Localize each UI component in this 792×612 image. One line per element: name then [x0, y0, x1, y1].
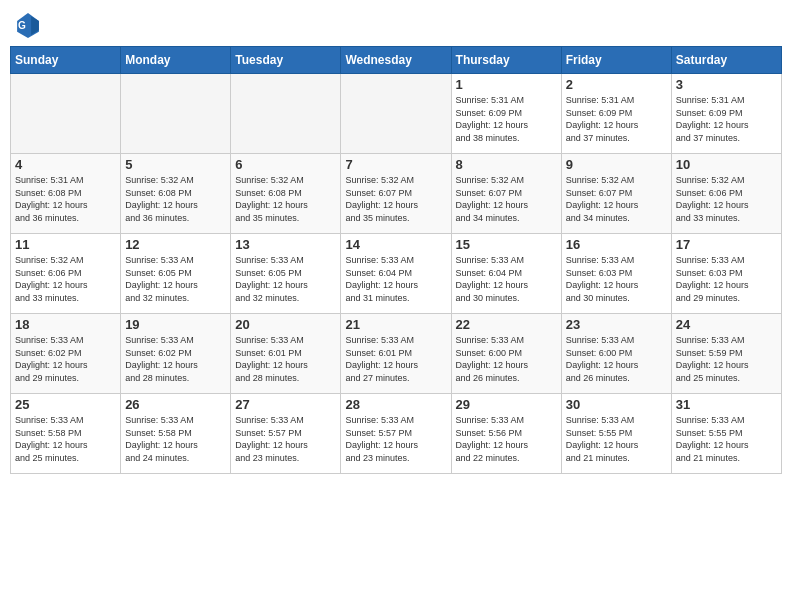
day-info: Sunrise: 5:33 AM Sunset: 6:01 PM Dayligh…	[235, 334, 336, 384]
week-row-5: 25Sunrise: 5:33 AM Sunset: 5:58 PM Dayli…	[11, 394, 782, 474]
day-number: 6	[235, 157, 336, 172]
day-info: Sunrise: 5:33 AM Sunset: 6:01 PM Dayligh…	[345, 334, 446, 384]
day-number: 11	[15, 237, 116, 252]
day-number: 30	[566, 397, 667, 412]
day-info: Sunrise: 5:31 AM Sunset: 6:09 PM Dayligh…	[456, 94, 557, 144]
day-info: Sunrise: 5:33 AM Sunset: 6:02 PM Dayligh…	[15, 334, 116, 384]
calendar-cell: 2Sunrise: 5:31 AM Sunset: 6:09 PM Daylig…	[561, 74, 671, 154]
calendar-cell: 27Sunrise: 5:33 AM Sunset: 5:57 PM Dayli…	[231, 394, 341, 474]
header-cell-sunday: Sunday	[11, 47, 121, 74]
day-number: 17	[676, 237, 777, 252]
day-info: Sunrise: 5:33 AM Sunset: 6:04 PM Dayligh…	[345, 254, 446, 304]
calendar-cell: 26Sunrise: 5:33 AM Sunset: 5:58 PM Dayli…	[121, 394, 231, 474]
day-number: 25	[15, 397, 116, 412]
calendar-cell: 3Sunrise: 5:31 AM Sunset: 6:09 PM Daylig…	[671, 74, 781, 154]
calendar-cell: 13Sunrise: 5:33 AM Sunset: 6:05 PM Dayli…	[231, 234, 341, 314]
day-info: Sunrise: 5:31 AM Sunset: 6:08 PM Dayligh…	[15, 174, 116, 224]
day-number: 14	[345, 237, 446, 252]
day-number: 1	[456, 77, 557, 92]
page-header: G	[10, 10, 782, 38]
header-cell-wednesday: Wednesday	[341, 47, 451, 74]
day-number: 15	[456, 237, 557, 252]
calendar-cell: 30Sunrise: 5:33 AM Sunset: 5:55 PM Dayli…	[561, 394, 671, 474]
header-cell-monday: Monday	[121, 47, 231, 74]
header-cell-tuesday: Tuesday	[231, 47, 341, 74]
day-info: Sunrise: 5:33 AM Sunset: 6:02 PM Dayligh…	[125, 334, 226, 384]
day-number: 2	[566, 77, 667, 92]
calendar-cell: 23Sunrise: 5:33 AM Sunset: 6:00 PM Dayli…	[561, 314, 671, 394]
day-info: Sunrise: 5:33 AM Sunset: 6:05 PM Dayligh…	[125, 254, 226, 304]
day-number: 21	[345, 317, 446, 332]
day-info: Sunrise: 5:33 AM Sunset: 5:58 PM Dayligh…	[15, 414, 116, 464]
day-info: Sunrise: 5:33 AM Sunset: 6:00 PM Dayligh…	[456, 334, 557, 384]
calendar-cell: 24Sunrise: 5:33 AM Sunset: 5:59 PM Dayli…	[671, 314, 781, 394]
calendar-cell: 19Sunrise: 5:33 AM Sunset: 6:02 PM Dayli…	[121, 314, 231, 394]
day-number: 3	[676, 77, 777, 92]
week-row-2: 4Sunrise: 5:31 AM Sunset: 6:08 PM Daylig…	[11, 154, 782, 234]
day-number: 27	[235, 397, 336, 412]
header-cell-saturday: Saturday	[671, 47, 781, 74]
day-number: 19	[125, 317, 226, 332]
calendar-cell: 7Sunrise: 5:32 AM Sunset: 6:07 PM Daylig…	[341, 154, 451, 234]
calendar-cell: 22Sunrise: 5:33 AM Sunset: 6:00 PM Dayli…	[451, 314, 561, 394]
day-info: Sunrise: 5:33 AM Sunset: 6:03 PM Dayligh…	[676, 254, 777, 304]
calendar-cell: 11Sunrise: 5:32 AM Sunset: 6:06 PM Dayli…	[11, 234, 121, 314]
day-info: Sunrise: 5:33 AM Sunset: 5:59 PM Dayligh…	[676, 334, 777, 384]
calendar-cell	[121, 74, 231, 154]
logo: G	[14, 10, 46, 38]
day-info: Sunrise: 5:33 AM Sunset: 5:55 PM Dayligh…	[676, 414, 777, 464]
calendar-table: SundayMondayTuesdayWednesdayThursdayFrid…	[10, 46, 782, 474]
calendar-cell: 4Sunrise: 5:31 AM Sunset: 6:08 PM Daylig…	[11, 154, 121, 234]
calendar-cell: 17Sunrise: 5:33 AM Sunset: 6:03 PM Dayli…	[671, 234, 781, 314]
calendar-cell	[231, 74, 341, 154]
logo-icon: G	[14, 10, 42, 38]
day-number: 13	[235, 237, 336, 252]
calendar-cell: 15Sunrise: 5:33 AM Sunset: 6:04 PM Dayli…	[451, 234, 561, 314]
day-info: Sunrise: 5:33 AM Sunset: 5:56 PM Dayligh…	[456, 414, 557, 464]
calendar-cell: 16Sunrise: 5:33 AM Sunset: 6:03 PM Dayli…	[561, 234, 671, 314]
week-row-1: 1Sunrise: 5:31 AM Sunset: 6:09 PM Daylig…	[11, 74, 782, 154]
day-info: Sunrise: 5:32 AM Sunset: 6:07 PM Dayligh…	[345, 174, 446, 224]
day-info: Sunrise: 5:32 AM Sunset: 6:07 PM Dayligh…	[456, 174, 557, 224]
day-info: Sunrise: 5:33 AM Sunset: 5:55 PM Dayligh…	[566, 414, 667, 464]
calendar-cell: 20Sunrise: 5:33 AM Sunset: 6:01 PM Dayli…	[231, 314, 341, 394]
day-number: 26	[125, 397, 226, 412]
calendar-cell: 25Sunrise: 5:33 AM Sunset: 5:58 PM Dayli…	[11, 394, 121, 474]
day-number: 8	[456, 157, 557, 172]
day-info: Sunrise: 5:31 AM Sunset: 6:09 PM Dayligh…	[676, 94, 777, 144]
week-row-4: 18Sunrise: 5:33 AM Sunset: 6:02 PM Dayli…	[11, 314, 782, 394]
week-row-3: 11Sunrise: 5:32 AM Sunset: 6:06 PM Dayli…	[11, 234, 782, 314]
calendar-cell: 12Sunrise: 5:33 AM Sunset: 6:05 PM Dayli…	[121, 234, 231, 314]
day-number: 9	[566, 157, 667, 172]
day-number: 22	[456, 317, 557, 332]
day-info: Sunrise: 5:33 AM Sunset: 5:58 PM Dayligh…	[125, 414, 226, 464]
day-number: 24	[676, 317, 777, 332]
day-number: 31	[676, 397, 777, 412]
day-number: 29	[456, 397, 557, 412]
day-info: Sunrise: 5:32 AM Sunset: 6:08 PM Dayligh…	[235, 174, 336, 224]
header-cell-thursday: Thursday	[451, 47, 561, 74]
header-row: SundayMondayTuesdayWednesdayThursdayFrid…	[11, 47, 782, 74]
calendar-cell	[341, 74, 451, 154]
svg-text:G: G	[18, 20, 26, 31]
day-info: Sunrise: 5:33 AM Sunset: 6:00 PM Dayligh…	[566, 334, 667, 384]
calendar-cell: 18Sunrise: 5:33 AM Sunset: 6:02 PM Dayli…	[11, 314, 121, 394]
day-number: 5	[125, 157, 226, 172]
calendar-cell: 10Sunrise: 5:32 AM Sunset: 6:06 PM Dayli…	[671, 154, 781, 234]
day-info: Sunrise: 5:33 AM Sunset: 5:57 PM Dayligh…	[235, 414, 336, 464]
day-info: Sunrise: 5:32 AM Sunset: 6:08 PM Dayligh…	[125, 174, 226, 224]
calendar-cell: 21Sunrise: 5:33 AM Sunset: 6:01 PM Dayli…	[341, 314, 451, 394]
calendar-cell: 6Sunrise: 5:32 AM Sunset: 6:08 PM Daylig…	[231, 154, 341, 234]
day-number: 7	[345, 157, 446, 172]
day-number: 12	[125, 237, 226, 252]
day-number: 28	[345, 397, 446, 412]
calendar-cell: 31Sunrise: 5:33 AM Sunset: 5:55 PM Dayli…	[671, 394, 781, 474]
calendar-cell: 8Sunrise: 5:32 AM Sunset: 6:07 PM Daylig…	[451, 154, 561, 234]
day-info: Sunrise: 5:33 AM Sunset: 6:03 PM Dayligh…	[566, 254, 667, 304]
calendar-cell: 28Sunrise: 5:33 AM Sunset: 5:57 PM Dayli…	[341, 394, 451, 474]
calendar-cell: 9Sunrise: 5:32 AM Sunset: 6:07 PM Daylig…	[561, 154, 671, 234]
day-info: Sunrise: 5:32 AM Sunset: 6:06 PM Dayligh…	[676, 174, 777, 224]
day-info: Sunrise: 5:32 AM Sunset: 6:06 PM Dayligh…	[15, 254, 116, 304]
day-number: 23	[566, 317, 667, 332]
day-info: Sunrise: 5:33 AM Sunset: 6:04 PM Dayligh…	[456, 254, 557, 304]
